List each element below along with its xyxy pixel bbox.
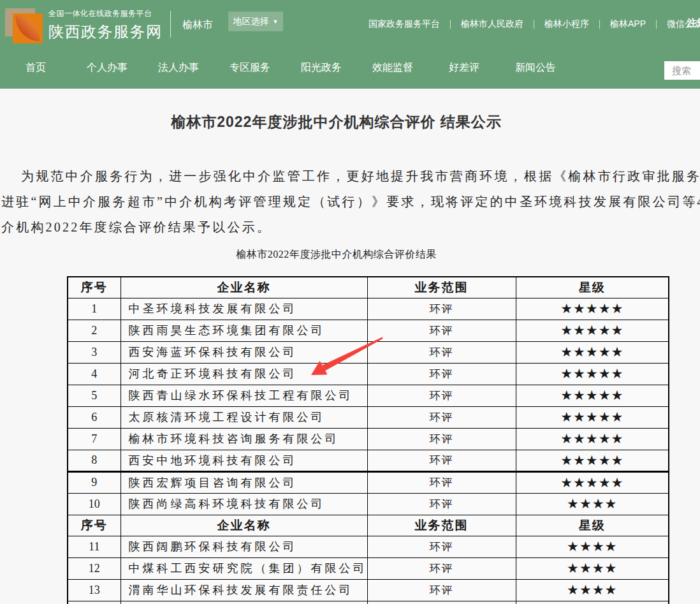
cell-name: 太原核清环境工程设计有限公司	[120, 406, 367, 428]
chevron-down-icon: ▼	[273, 18, 279, 25]
cell-name: 陕西宏辉项目咨询有限公司	[120, 471, 367, 493]
cell-name: 中圣环境科技发展有限公司	[120, 298, 367, 320]
cell-stars: ★★★★★	[516, 298, 669, 320]
cell-name: 河北奇正环境科技有限公司	[120, 363, 367, 385]
column-header: 业务范围	[367, 515, 516, 536]
paragraph-line: 进驻“网上中介服务超市”中介机构考评管理规定（试行）》要求，现将评定的中圣环境科…	[1, 189, 700, 214]
top-link-national-platform[interactable]: 国家政务服务平台	[368, 18, 440, 30]
search-input[interactable]	[664, 61, 700, 80]
table-row: 6太原核清环境工程设计有限公司环评★★★★★	[68, 406, 669, 428]
cell-scope: 环评	[367, 536, 516, 557]
cell-name	[120, 601, 367, 604]
site-name: 陕西政务服务网	[48, 22, 163, 42]
cell-scope: 环评	[367, 341, 516, 363]
link-separator	[450, 20, 451, 29]
cell-stars: ★★★★★	[516, 363, 669, 385]
cell-no	[68, 601, 120, 604]
brand-text: 全国一体化在线政务服务平台 陕西政务服务网	[48, 8, 163, 42]
paragraph-line: 介机构2022年度综合评价结果予以公示。	[1, 214, 700, 240]
top-link-city-government[interactable]: 榆林市人民政府	[461, 18, 523, 30]
table-row: 10陕西尚绿高科环境科技有限公司环评★★★★	[68, 493, 669, 515]
cell-stars: ★★★★★	[516, 428, 669, 450]
table-row: 13渭南华山环保科技发展有限责任公司环评★★★★	[68, 579, 669, 601]
cell-stars: ★★★★	[516, 579, 669, 601]
cell-stars: ★★★★★	[516, 450, 669, 471]
table-row: 7榆林市环境科技咨询服务有限公司环评★★★★★	[68, 428, 669, 450]
cell-stars: ★★★★★	[516, 320, 669, 341]
table-header-row: 序号企业名称业务范围星级	[68, 515, 669, 536]
link-separator	[534, 20, 534, 29]
cell-name: 陕西阔鹏环保科技有限公司	[120, 536, 367, 557]
column-header: 序号	[68, 515, 120, 536]
cell-name: 陕西雨昊生态环境集团有限公司	[120, 320, 367, 341]
top-links: 国家政务服务平台 榆林市人民政府 榆林小程序 榆林APP 微信公众号	[368, 18, 700, 30]
cell-no: 2	[68, 320, 120, 341]
cell-scope: 环评	[367, 579, 516, 601]
cell-no: 10	[68, 493, 120, 515]
table-row: 9陕西宏辉项目咨询有限公司环评★★★★★	[68, 471, 669, 493]
table-caption: 榆林市2022年度涉批中介机构综合评价结果	[0, 248, 673, 261]
cell-stars	[516, 601, 669, 604]
cell-no: 8	[68, 450, 120, 471]
cell-no: 12	[68, 557, 120, 579]
nav-item-personal[interactable]: 个人办事	[71, 48, 143, 89]
cell-stars: ★★★★★	[516, 406, 669, 428]
table-row: 5陕西青山绿水环保科技工程有限公司环评★★★★★	[68, 385, 669, 406]
column-header: 业务范围	[367, 277, 516, 298]
link-separator	[656, 20, 657, 29]
cell-name: 陕西青山绿水环保科技工程有限公司	[120, 385, 367, 406]
cell-scope: 环评	[367, 385, 516, 406]
cell-scope: 环评	[367, 450, 516, 471]
cell-stars: ★★★★★	[516, 471, 669, 493]
cell-no: 7	[68, 428, 120, 450]
cell-no: 13	[68, 579, 120, 601]
cell-scope: 环评	[367, 557, 516, 579]
cell-scope: 环评	[367, 471, 516, 493]
table-row: 1中圣环境科技发展有限公司环评★★★★★	[68, 298, 669, 320]
register-link[interactable]: 注册	[687, 17, 700, 29]
current-city-label: 榆林市	[182, 18, 213, 32]
cell-name: 陕西尚绿高科环境科技有限公司	[120, 493, 367, 515]
evaluation-table: 序号企业名称业务范围星级1中圣环境科技发展有限公司环评★★★★★2陕西雨昊生态环…	[67, 276, 669, 604]
cell-stars: ★★★★	[516, 557, 669, 579]
top-link-app[interactable]: 榆林APP	[610, 18, 646, 30]
cell-scope: 环评	[367, 320, 516, 341]
main-nav: 首页 个人办事 法人办事 专区服务 阳光政务 效能监督 好差评 新闻公告	[0, 48, 700, 89]
table-header-row: 序号企业名称业务范围星级	[68, 277, 669, 298]
nav-item-open-government[interactable]: 阳光政务	[286, 48, 357, 89]
nav-item-rating[interactable]: 好差评	[428, 48, 500, 89]
cell-name: 西安中地环境科技有限公司	[120, 450, 367, 471]
column-header: 序号	[68, 277, 120, 298]
site-logo[interactable]	[5, 6, 43, 44]
nav-item-efficiency-supervision[interactable]: 效能监督	[357, 48, 428, 89]
nav-item-news[interactable]: 新闻公告	[500, 48, 571, 89]
cell-stars: ★★★★	[516, 493, 669, 515]
table-row: 11陕西阔鹏环保科技有限公司环评★★★★	[68, 536, 669, 557]
cell-scope	[367, 601, 516, 604]
cell-scope: 环评	[367, 298, 516, 320]
nav-item-home[interactable]: 首页	[0, 48, 71, 89]
cell-scope: 环评	[367, 428, 516, 450]
cell-no: 9	[68, 471, 120, 493]
nav-item-legal-person[interactable]: 法人办事	[143, 48, 214, 89]
column-header: 企业名称	[120, 277, 367, 298]
cell-stars: ★★★★	[516, 536, 669, 557]
table-row: 12中煤科工西安研究院（集团）有限公司环评★★★★	[68, 557, 669, 579]
nav-item-zone-services[interactable]: 专区服务	[214, 48, 286, 89]
site-header: 全国一体化在线政务服务平台 陕西政务服务网 榆林市 地区选择 ▼ 国家政务服务平…	[0, 0, 700, 89]
cell-no: 11	[68, 536, 120, 557]
region-selector-button[interactable]: 地区选择 ▼	[228, 11, 283, 31]
region-selector-label: 地区选择	[233, 16, 269, 27]
page-title: 榆林市2022年度涉批中介机构综合评价 结果公示	[0, 112, 673, 132]
cell-stars: ★★★★★	[516, 341, 669, 363]
column-header: 星级	[516, 515, 669, 536]
top-link-mini-program[interactable]: 榆林小程序	[544, 18, 589, 30]
link-separator	[599, 20, 600, 29]
cell-name: 榆林市环境科技咨询服务有限公司	[120, 428, 367, 450]
cell-stars: ★★★★★	[516, 385, 669, 406]
cell-scope: 环评	[367, 363, 516, 385]
cell-name: 渭南华山环保科技发展有限责任公司	[120, 579, 367, 601]
table-row	[68, 601, 669, 604]
table-row: 3西安海蓝环保科技有限公司环评★★★★★	[68, 341, 669, 363]
table-row: 4河北奇正环境科技有限公司环评★★★★★	[68, 363, 669, 385]
